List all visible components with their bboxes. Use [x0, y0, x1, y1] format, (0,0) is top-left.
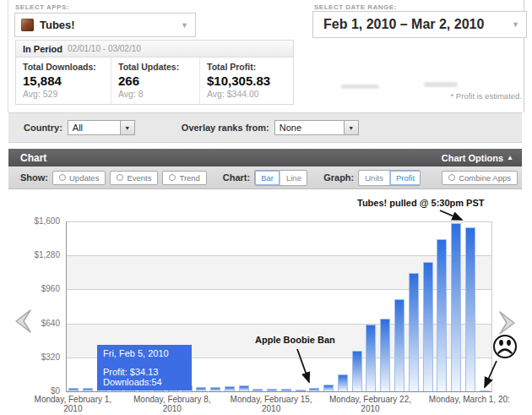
- chevron-down-icon: ▼: [120, 121, 134, 134]
- bar-slot: [67, 388, 81, 391]
- graph-mode-label: Graph:: [323, 172, 354, 183]
- chart-bar[interactable]: [309, 388, 319, 391]
- select-date-range-label: SELECT DATE RANGE:: [314, 3, 397, 11]
- stat-value: 266: [118, 74, 193, 88]
- graph-mode-profit[interactable]: Profit: [390, 171, 421, 185]
- bar-slot: [421, 262, 435, 391]
- country-select[interactable]: All ▼: [68, 120, 135, 135]
- chart-mode-label: Chart:: [223, 172, 250, 183]
- button-label: Trend: [179, 173, 199, 183]
- chart-bar[interactable]: [83, 388, 93, 391]
- chart-bar[interactable]: [196, 387, 206, 391]
- in-period-range: 02/01/10 - 03/02/10: [68, 44, 141, 53]
- x-axis-label: Monday, February 15,2010: [220, 395, 322, 413]
- overlay-ranks-label: Overlay ranks from:: [182, 123, 269, 133]
- artifact-smudge: [341, 85, 379, 89]
- graph-mode-units[interactable]: Units: [359, 171, 390, 185]
- app-icon: [21, 19, 34, 31]
- bar-slot: [449, 223, 464, 391]
- stat-avg: Avg: 8: [118, 89, 193, 99]
- show-updates-button[interactable]: Updates: [52, 171, 106, 185]
- chart-mode-bar[interactable]: Bar: [255, 171, 280, 185]
- chart-toolbar: Show: Updates Events Trend Chart: Bar Li…: [8, 167, 522, 189]
- country-label: Country:: [24, 123, 62, 133]
- chart-bar[interactable]: [323, 385, 334, 391]
- chart-bar[interactable]: [409, 273, 419, 391]
- stat-value: 15,884: [23, 74, 104, 88]
- in-period-title: In Period: [23, 44, 62, 54]
- chart-bar[interactable]: [480, 390, 490, 391]
- country-select-value: All: [68, 123, 120, 133]
- arrow-tubes-pulled: [440, 210, 462, 220]
- bar-slot: [463, 227, 477, 391]
- chart-section-title: Chart: [20, 152, 46, 164]
- stat-label: Total Downloads:: [23, 62, 104, 72]
- show-label: Show:: [20, 172, 48, 183]
- chart-bar[interactable]: [338, 374, 348, 391]
- chart-bar[interactable]: [252, 389, 263, 391]
- chart-mode-segmented: Bar Line: [254, 170, 307, 186]
- chart-bar[interactable]: [281, 389, 291, 391]
- show-trend-button[interactable]: Trend: [162, 171, 206, 185]
- bar-slot: [364, 325, 378, 391]
- bar-slot: [336, 374, 350, 391]
- chart-bar[interactable]: [210, 387, 220, 391]
- date-range-dropdown[interactable]: Feb 1, 2010 – Mar 2, 2010 ▼: [312, 11, 527, 38]
- stat-label: Total Profit:: [207, 62, 286, 72]
- stat-label: Total Updates:: [118, 62, 193, 72]
- annotation-tubes-pulled: Tubes! pulled @ 5:30pm PST: [357, 198, 485, 208]
- bar-slot: [322, 385, 336, 391]
- x-axis-label: Monday, February 8,2010: [122, 395, 223, 413]
- chart-bar[interactable]: [451, 223, 461, 391]
- bar-slot: [435, 239, 449, 391]
- radio-icon: [117, 174, 123, 181]
- y-axis-label: $960: [0, 284, 60, 293]
- chart-bar[interactable]: [239, 385, 249, 391]
- button-label: Updates: [69, 173, 99, 183]
- chart-section-header: Chart Chart Options ▲: [8, 149, 522, 167]
- chart-mode-line[interactable]: Line: [280, 171, 307, 185]
- chart-bar[interactable]: [296, 390, 306, 391]
- bar-slot: [350, 351, 364, 391]
- in-period-panel: In Period 02/01/10 - 03/02/10 Total Down…: [15, 40, 294, 105]
- chart-bar[interactable]: [267, 389, 277, 391]
- app-select-dropdown[interactable]: Tubes! ▼: [14, 13, 196, 37]
- show-events-button[interactable]: Events: [110, 171, 158, 185]
- bar-slot: [406, 273, 421, 391]
- chevron-down-icon: ▼: [344, 121, 358, 134]
- x-axis-label: Monday, February 22,2010: [319, 395, 421, 413]
- chart-bar[interactable]: [68, 388, 79, 391]
- chevron-down-icon: ▼: [512, 20, 526, 29]
- bar-slot: [222, 386, 236, 391]
- in-period-header: In Period 02/01/10 - 03/02/10: [16, 41, 293, 57]
- y-axis-label: $640: [0, 319, 60, 328]
- combine-apps-button[interactable]: Combine Apps: [442, 171, 518, 185]
- chart-options-button[interactable]: Chart Options ▲: [442, 153, 513, 163]
- bar-slot: [378, 319, 393, 391]
- radio-icon: [169, 174, 176, 181]
- chart-bar[interactable]: [352, 351, 362, 391]
- overlay-ranks-select[interactable]: None ▼: [274, 120, 359, 135]
- x-axis-label: Monday, February 1,2010: [22, 395, 123, 413]
- chart-bar[interactable]: [465, 227, 475, 391]
- panel-left-border: [8, 0, 8, 112]
- chart-bar[interactable]: [380, 319, 390, 391]
- chart-bar[interactable]: [366, 325, 376, 391]
- filter-bar: Country: All ▼ Overlay ranks from: None …: [8, 112, 522, 143]
- chart-bar[interactable]: [423, 262, 433, 391]
- stat-avg: Avg: $344.00: [207, 89, 286, 99]
- chart-canvas: Fri, Feb 5, 2010 Profit: $34.13 Download…: [0, 189, 532, 415]
- chevron-up-icon: ▲: [507, 154, 513, 161]
- date-range-value: Feb 1, 2010 – Mar 2, 2010: [323, 17, 484, 32]
- app-select-value: Tubes!: [40, 19, 75, 31]
- bar-slot: [279, 389, 293, 391]
- chart-bar[interactable]: [225, 386, 235, 391]
- chart-bar[interactable]: [437, 239, 447, 391]
- annotation-boobie-ban: Apple Boobie Ban: [255, 335, 335, 345]
- sad-face-icon: [490, 332, 520, 363]
- chart-bar[interactable]: [394, 299, 404, 391]
- y-axis-label: $1,280: [0, 250, 60, 259]
- stat-total-updates: Total Updates: 266 Avg: 8: [111, 57, 200, 104]
- bar-slot: [477, 390, 491, 391]
- button-label: Events: [127, 173, 151, 183]
